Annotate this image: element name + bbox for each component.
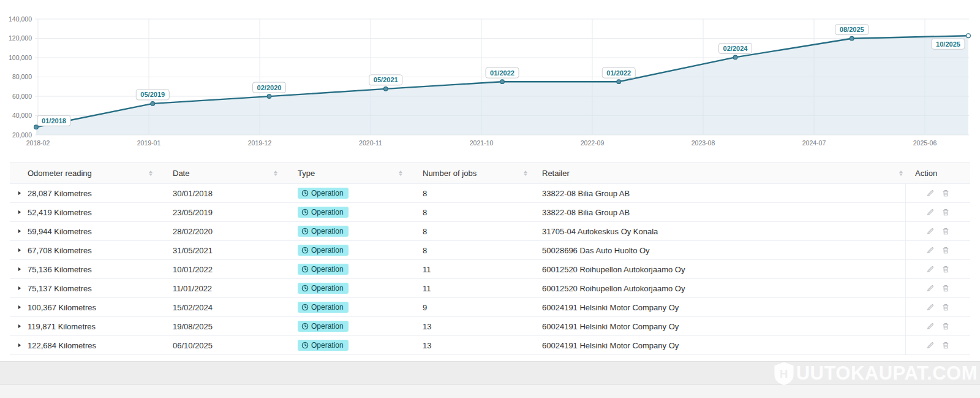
column-header-label: Type <box>298 169 315 178</box>
clock-icon <box>301 189 309 197</box>
type-cell: Operation <box>280 283 405 294</box>
edit-button[interactable] <box>926 322 935 331</box>
edit-button[interactable] <box>926 227 935 235</box>
table-row: 75,137 Kilometres11/01/2022Operation1160… <box>10 279 970 298</box>
point-label: 10/2025 <box>936 40 960 48</box>
data-point-marker[interactable] <box>850 36 854 40</box>
data-point-marker[interactable] <box>151 102 155 106</box>
chevron-right-icon[interactable] <box>18 191 21 195</box>
edit-button[interactable] <box>926 303 935 312</box>
delete-button[interactable] <box>941 246 950 254</box>
type-badge-label: Operation <box>311 209 344 216</box>
x-axis-tick-label: 2023-08 <box>692 139 715 147</box>
action-cell <box>905 279 970 297</box>
table-row: 119,871 Kilometres19/08/2025Operation136… <box>10 317 970 336</box>
type-badge: Operation <box>298 245 349 256</box>
odometer-value: 52,419 Kilometres <box>28 208 92 217</box>
action-cell <box>905 222 970 240</box>
footer-band <box>0 361 980 385</box>
data-point-marker[interactable] <box>34 125 39 129</box>
chevron-right-icon[interactable] <box>18 324 21 328</box>
chevron-right-icon[interactable] <box>18 267 21 271</box>
action-cell <box>905 317 970 335</box>
column-header-number-of-jobs[interactable]: Number of jobs <box>405 169 530 178</box>
chevron-right-icon[interactable] <box>18 248 21 252</box>
point-label: 01/2018 <box>42 117 66 124</box>
delete-button[interactable] <box>941 189 950 197</box>
data-point-marker[interactable] <box>267 94 271 99</box>
type-badge: Operation <box>298 321 349 332</box>
clock-icon <box>301 304 309 311</box>
type-cell: Operation <box>280 321 405 332</box>
delete-button[interactable] <box>941 208 950 216</box>
delete-button[interactable] <box>941 284 950 293</box>
odometer-cell: 119,871 Kilometres <box>10 322 155 331</box>
edit-icon <box>926 265 935 274</box>
column-header-date[interactable]: Date <box>155 169 280 178</box>
table-row: 67,708 Kilometres31/05/2021Operation8500… <box>10 241 970 260</box>
jobs-cell: 8 <box>405 208 530 217</box>
sort-icon[interactable] <box>524 170 527 176</box>
column-header-type[interactable]: Type <box>280 169 405 178</box>
delete-icon <box>941 227 950 235</box>
y-axis-tick-label: 80,000 <box>12 73 32 80</box>
chevron-right-icon[interactable] <box>18 286 21 290</box>
delete-button[interactable] <box>941 265 950 274</box>
edit-button[interactable] <box>926 208 935 216</box>
delete-button[interactable] <box>941 227 950 235</box>
sort-icon[interactable] <box>899 170 903 176</box>
delete-button[interactable] <box>941 341 950 350</box>
date-cell: 23/05/2019 <box>155 208 280 217</box>
type-badge-label: Operation <box>311 342 344 349</box>
sort-icon[interactable] <box>399 170 402 176</box>
type-cell: Operation <box>280 264 405 275</box>
chevron-right-icon[interactable] <box>18 210 21 214</box>
chevron-right-icon[interactable] <box>18 343 21 347</box>
column-header-odometer-reading[interactable]: Odometer reading <box>10 169 155 178</box>
odometer-value: 59,944 Kilometres <box>28 227 92 236</box>
type-cell: Operation <box>280 245 405 256</box>
odometer-cell: 122,684 Kilometres <box>10 341 155 350</box>
column-header-retailer[interactable]: Retailer <box>530 169 905 178</box>
data-point-marker[interactable] <box>383 87 388 91</box>
edit-button[interactable] <box>926 265 935 274</box>
type-cell: Operation <box>280 207 405 218</box>
data-point-marker[interactable] <box>733 55 737 59</box>
x-axis-tick-label: 2021-10 <box>470 139 494 147</box>
edit-button[interactable] <box>926 246 935 254</box>
sort-icon[interactable] <box>274 170 277 176</box>
delete-button[interactable] <box>941 322 950 331</box>
edit-button[interactable] <box>926 189 935 197</box>
sort-icon[interactable] <box>149 170 153 176</box>
type-badge: Operation <box>298 188 349 199</box>
jobs-cell: 8 <box>405 189 530 198</box>
column-header-label: Odometer reading <box>28 169 92 178</box>
odometer-cell: 59,944 Kilometres <box>10 227 155 236</box>
chevron-right-icon[interactable] <box>18 305 21 309</box>
data-point-marker[interactable] <box>500 80 505 84</box>
edit-button[interactable] <box>926 341 935 350</box>
edit-icon <box>926 246 935 254</box>
table-row: 100,367 Kilometres15/02/2024Operation960… <box>10 298 970 317</box>
clock-icon <box>301 209 309 216</box>
data-point-marker[interactable] <box>617 80 621 84</box>
y-axis-tick-label: 20,000 <box>12 131 32 139</box>
type-badge-label: Operation <box>311 323 344 330</box>
column-header-label: Date <box>173 169 189 178</box>
jobs-cell: 8 <box>405 227 530 236</box>
table-header-row: Odometer readingDateTypeNumber of jobsRe… <box>10 163 970 184</box>
jobs-cell: 11 <box>405 265 530 274</box>
odometer-cell: 67,708 Kilometres <box>10 246 155 255</box>
delete-icon <box>941 341 950 350</box>
column-header-action: Action <box>905 169 970 178</box>
odometer-value: 119,871 Kilometres <box>28 322 96 331</box>
delete-button[interactable] <box>941 303 950 312</box>
data-point-marker[interactable] <box>967 34 971 38</box>
chevron-right-icon[interactable] <box>18 229 21 233</box>
line-chart-canvas: 140,000120,000100,00080,00060,00040,0002… <box>0 0 980 151</box>
jobs-cell: 11 <box>405 284 530 293</box>
clock-icon <box>301 228 309 235</box>
odometer-cell: 28,087 Kilometres <box>10 189 155 198</box>
edit-button[interactable] <box>926 284 935 293</box>
table-row: 52,419 Kilometres23/05/2019Operation8338… <box>10 203 970 222</box>
